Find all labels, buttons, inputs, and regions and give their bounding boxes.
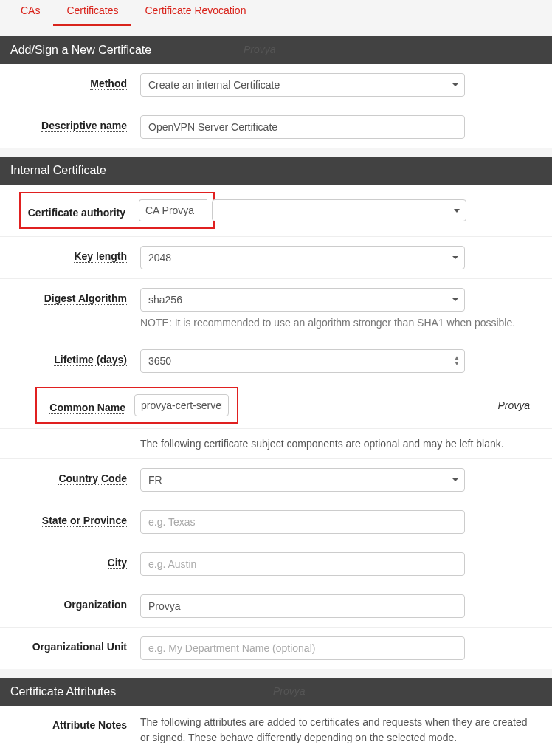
row-lifetime: Lifetime (days) ▲▼ <box>0 340 552 382</box>
select-method[interactable]: Create an internal Certificate <box>140 73 465 97</box>
tabs-bar: CAs Certificates Certificate Revocation <box>0 0 552 26</box>
select-keylen[interactable]: 2048 <box>140 246 465 269</box>
label-cn: Common Name <box>49 402 125 414</box>
digest-note: NOTE: It is recommended to use an algori… <box>140 316 537 331</box>
row-keylen: Key length 2048 <box>0 237 552 279</box>
input-cn[interactable] <box>134 394 229 416</box>
highlight-ca: Certificate authority <box>19 192 215 229</box>
select-ca-right[interactable] <box>212 199 466 221</box>
label-country: Country Code <box>58 472 127 485</box>
section-attrs-header: Certificate Attributes Provya <box>0 678 552 706</box>
row-digest: Digest Algorithm sha256 NOTE: It is reco… <box>0 279 552 340</box>
label-city: City <box>108 557 127 569</box>
label-ca: Certificate authority <box>28 207 125 219</box>
row-descname: Descriptive name <box>0 106 552 148</box>
watermark: Provya <box>244 44 276 55</box>
input-city[interactable] <box>140 552 465 576</box>
row-method: Method Create an internal Certificate <box>0 64 552 106</box>
select-digest[interactable]: sha256 <box>140 288 465 312</box>
optional-note: The following certificate subject compon… <box>140 438 537 450</box>
section-internal-title: Internal Certificate <box>10 164 106 176</box>
section-attrs-title: Certificate Attributes <box>10 685 116 698</box>
highlight-cn: Common Name <box>35 387 238 424</box>
tab-revocation[interactable]: Certificate Revocation <box>131 0 259 26</box>
section-internal-header: Internal Certificate <box>0 157 552 185</box>
select-country[interactable]: FR <box>140 468 465 492</box>
row-attr-notes: Attribute Notes The following attributes… <box>0 706 552 756</box>
section-addsign-header: Add/Sign a New Certificate Provya <box>0 36 552 64</box>
tab-cas[interactable]: CAs <box>7 0 53 26</box>
row-ca: Certificate authority <box>0 185 552 237</box>
label-method: Method <box>90 78 127 90</box>
label-attr-notes: Attribute Notes <box>52 719 127 731</box>
row-org: Organization <box>0 585 552 628</box>
input-lifetime[interactable] <box>140 349 465 373</box>
label-descname: Descriptive name <box>41 120 127 132</box>
input-ou[interactable] <box>140 636 465 660</box>
label-state: State or Province <box>42 515 127 527</box>
row-optional-note: The following certificate subject compon… <box>0 429 552 459</box>
row-country: Country Code FR <box>0 459 552 501</box>
section-addsign-title: Add/Sign a New Certificate <box>10 44 151 56</box>
tab-certificates[interactable]: Certificates <box>53 0 131 26</box>
row-cn: Common Name Provya <box>0 382 552 429</box>
watermark-attrs: Provya <box>273 685 306 697</box>
attr-notes-1: The following attributes are added to ce… <box>140 715 537 746</box>
watermark-cn: Provya <box>497 399 530 411</box>
label-org: Organization <box>63 599 127 611</box>
select-ca-left[interactable] <box>139 199 207 221</box>
label-digest: Digest Algorithm <box>44 292 127 305</box>
label-keylen: Key length <box>74 250 127 263</box>
input-state[interactable] <box>140 510 465 534</box>
lifetime-spinner[interactable]: ▲▼ <box>452 352 462 370</box>
input-descname[interactable] <box>140 115 465 139</box>
label-ou: Organizational Unit <box>32 641 127 653</box>
input-org[interactable] <box>140 594 465 618</box>
row-state: State or Province <box>0 501 552 543</box>
row-ou: Organizational Unit <box>0 628 552 669</box>
row-city: City <box>0 543 552 585</box>
label-lifetime: Lifetime (days) <box>54 354 127 366</box>
